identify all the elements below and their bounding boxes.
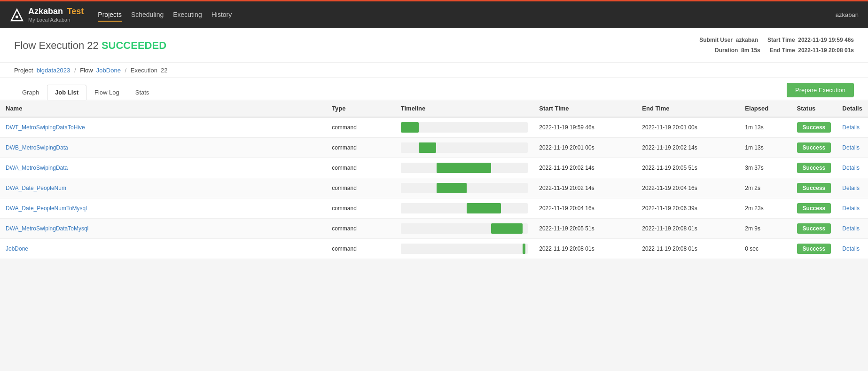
job-status-cell: Success [791,117,837,138]
nav-user[interactable]: azkaban [836,11,859,18]
job-type-cell: command [326,117,395,138]
table-header-row: Name Type Timeline Start Time End Time E… [0,100,868,117]
submit-user-row: Submit User azkaban Start Time 2022-11-1… [699,35,854,46]
tab-graph[interactable]: Graph [14,85,47,100]
tab-flow-log[interactable]: Flow Log [86,85,127,100]
job-end-time-cell: 2022-11-19 20:02 14s [636,138,739,158]
brand-name: Azkaban [28,7,63,16]
timeline-bar [401,122,419,133]
page-header: Flow Execution 22 SUCCEEDED Submit User … [0,28,868,63]
timeline-bar [491,223,523,234]
job-end-time-cell: 2022-11-19 20:04 16s [636,178,739,198]
job-name-link[interactable]: DWA_Date_PeopleNumToMysql [6,205,87,212]
execution-crumb-num: 22 [161,67,167,74]
job-type-cell: command [326,239,395,259]
col-header-timeline: Timeline [395,100,534,117]
timeline-bar-container [401,163,528,173]
job-name-cell: DWB_MetroSwipingData [0,138,326,158]
tab-stats[interactable]: Stats [127,85,157,100]
job-start-time-cell: 2022-11-19 20:05 51s [533,219,636,239]
job-name-cell: DWA_MetroSwipingData [0,158,326,178]
job-name-cell: DWT_MetroSwipingDataToHive [0,117,326,138]
flow-meta: Submit User azkaban Start Time 2022-11-1… [699,35,854,55]
job-type-cell: command [326,198,395,219]
svg-point-1 [16,16,18,18]
job-status-cell: Success [791,219,837,239]
separator-1: / [74,67,76,74]
timeline-bar-container [401,244,528,254]
job-status-cell: Success [791,158,837,178]
job-name-link[interactable]: DWB_MetroSwipingData [6,144,68,151]
svg-marker-0 [11,9,23,21]
nav-scheduling[interactable]: Scheduling [131,8,164,22]
col-header-type: Type [326,100,395,117]
submit-user-label: Submit User [699,37,733,43]
col-header-details: Details [837,100,868,117]
flow-status-succeeded: SUCCEEDED [102,39,166,51]
separator-2: / [125,67,127,74]
job-timeline-cell [395,158,534,178]
job-end-time-cell: 2022-11-19 20:01 00s [636,117,739,138]
tabs-section: Graph Job List Flow Log Stats Prepare Ex… [0,78,868,100]
job-name-cell: JobDone [0,239,326,259]
job-timeline-cell [395,198,534,219]
job-timeline-cell [395,178,534,198]
brand-subtitle: My Local Azkaban [28,17,84,23]
job-name-link[interactable]: DWA_MetroSwipingData [6,165,68,171]
job-status-cell: Success [791,239,837,259]
nav-projects[interactable]: Projects [98,8,122,22]
status-badge: Success [797,244,831,254]
job-status-cell: Success [791,198,837,219]
job-timeline-cell [395,117,534,138]
timeline-bar [467,203,501,213]
flow-title: Flow Execution 22 SUCCEEDED [14,39,166,51]
duration-label: Duration [715,47,738,54]
job-details-cell: Details [837,219,868,239]
job-type-cell: command [326,138,395,158]
col-header-end: End Time [636,100,739,117]
job-start-time-cell: 2022-11-19 20:02 14s [533,178,636,198]
job-details-link[interactable]: Details [842,165,860,171]
end-time-value: 2022-11-19 20:08 01s [798,47,854,54]
job-details-link[interactable]: Details [842,144,860,151]
table-row: JobDone command 2022-11-19 20:08 01s 202… [0,239,868,259]
job-details-link[interactable]: Details [842,205,860,212]
job-details-link[interactable]: Details [842,245,860,252]
nav-history[interactable]: History [211,8,232,22]
status-badge: Success [797,142,831,153]
job-name-link[interactable]: JobDone [6,245,28,252]
flow-execution-title: Flow Execution 22 SUCCEEDED [14,39,166,52]
job-details-link[interactable]: Details [842,185,860,191]
job-name-link[interactable]: DWA_Date_PeopleNum [6,185,66,191]
prepare-execution-button[interactable]: Prepare Execution [787,83,854,97]
job-elapsed-cell: 2m 23s [739,198,791,219]
status-badge: Success [797,223,831,234]
timeline-bar [437,163,491,173]
col-header-name: Name [0,100,326,117]
job-status-cell: Success [791,178,837,198]
table-row: DWA_Date_PeopleNumToMysql command 2022-1… [0,198,868,219]
navbar: Azkaban Test My Local Azkaban Projects S… [0,0,868,28]
job-name-link[interactable]: DWA_MetroSwipingDataToMysql [6,225,88,232]
flow-execution-label: Flow Execution 22 [14,39,99,51]
job-start-time-cell: 2022-11-19 19:59 46s [533,117,636,138]
tabs: Graph Job List Flow Log Stats [14,85,157,100]
job-details-cell: Details [837,178,868,198]
job-name-link[interactable]: DWT_MetroSwipingDataToHive [6,124,85,131]
job-elapsed-cell: 3m 37s [739,158,791,178]
nav-executing[interactable]: Executing [173,8,202,22]
status-badge: Success [797,203,831,213]
timeline-bar-container [401,142,528,153]
tab-job-list[interactable]: Job List [47,85,86,100]
timeline-bar-container [401,183,528,193]
project-crumb-link[interactable]: bigdata2023 [37,67,70,74]
job-details-link[interactable]: Details [842,225,860,232]
job-start-time-cell: 2022-11-19 20:04 16s [533,198,636,219]
timeline-bar-container [401,122,528,133]
flow-crumb-link[interactable]: JobDone [96,67,121,74]
job-start-time-cell: 2022-11-19 20:01 00s [533,138,636,158]
breadcrumb: Project bigdata2023 / Flow JobDone / Exe… [0,63,868,78]
job-details-link[interactable]: Details [842,124,860,131]
col-header-start: Start Time [533,100,636,117]
start-time-value: 2022-11-19 19:59 46s [798,37,854,43]
